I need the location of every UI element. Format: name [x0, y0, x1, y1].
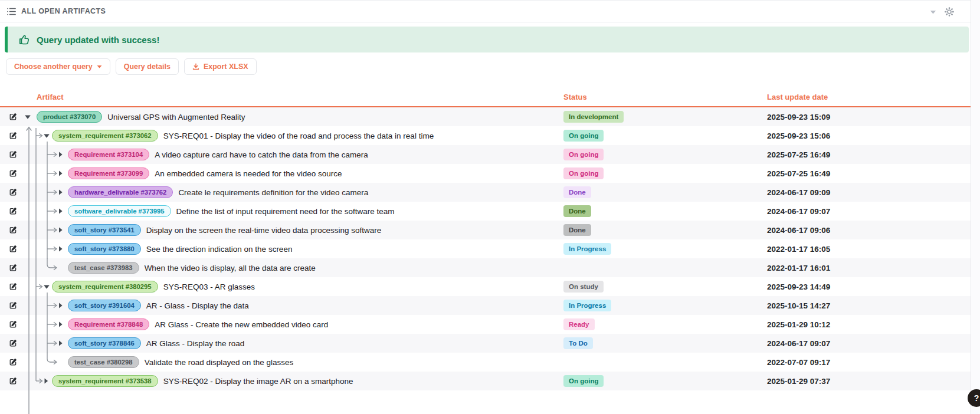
- artifact-title: AR Glass - Create the new embedded video…: [155, 320, 328, 329]
- edit-artifact-button[interactable]: [0, 377, 24, 385]
- edit-artifact-button[interactable]: [0, 358, 24, 366]
- edit-artifact-button[interactable]: [0, 188, 24, 196]
- edit-artifact-button[interactable]: [0, 150, 24, 159]
- artifact-title: SYS-REQ02 - Display the image AR on a sm…: [163, 377, 353, 386]
- artifact-badge[interactable]: soft_story #373880: [68, 243, 141, 255]
- artifact-badge[interactable]: test_case #373983: [68, 262, 139, 274]
- last-update-date: 2024-06-17 09:06: [767, 226, 830, 235]
- artifact-title: AR - Glass - Display the data: [146, 301, 249, 310]
- scrollbar-track[interactable]: [971, 0, 980, 414]
- last-update-date: 2025-10-15 14:27: [767, 301, 830, 310]
- column-header-last-update-date[interactable]: Last update date: [767, 93, 828, 101]
- column-header-status[interactable]: Status: [563, 93, 587, 101]
- artifact-title: A video capture card have to catch the d…: [155, 150, 368, 159]
- edit-artifact-button[interactable]: [0, 226, 24, 234]
- list-icon: [7, 8, 16, 15]
- edit-pencil-square-icon: [9, 169, 17, 178]
- artifact-badge[interactable]: system_requirement #373062: [52, 130, 158, 142]
- artifact-badge[interactable]: hardware_delivrable #373762: [68, 186, 173, 198]
- edit-artifact-button[interactable]: [0, 339, 24, 347]
- artifact-title: Validate the road displayed on the glass…: [145, 358, 294, 367]
- edit-pencil-square-icon: [9, 113, 17, 121]
- last-update-date: 2025-01-29 07:37: [767, 377, 830, 386]
- column-header-artifact[interactable]: Artifact: [37, 93, 64, 101]
- edit-artifact-button[interactable]: [0, 245, 24, 253]
- artifact-title: See the direction indication on the scre…: [146, 245, 293, 254]
- artifact-title: When the video is display, all the data …: [145, 264, 316, 272]
- edit-pencil-square-icon: [9, 132, 17, 140]
- gear-icon[interactable]: [945, 7, 954, 17]
- artifact-badge[interactable]: soft_story #391604: [68, 300, 141, 311]
- table-row: Requirement #373099 An embedded camera i…: [0, 164, 971, 183]
- artifact-badge[interactable]: Requirement #373104: [68, 149, 149, 160]
- status-badge: Done: [563, 186, 591, 198]
- edit-artifact-button[interactable]: [0, 132, 24, 140]
- artifact-title: AR Glass - Display the road: [146, 339, 245, 348]
- download-icon: [192, 63, 199, 70]
- artifact-title: Universal GPS with Augmented Reality: [107, 113, 245, 121]
- status-badge: Ready: [563, 318, 595, 330]
- edit-pencil-square-icon: [9, 150, 17, 159]
- banner-message: Query updated with success!: [37, 35, 159, 45]
- artifact-title: Define the list of input requirement nee…: [176, 207, 395, 216]
- status-badge: To Do: [563, 337, 593, 349]
- edit-artifact-button[interactable]: [0, 282, 24, 291]
- chevron-down-icon[interactable]: [930, 10, 936, 14]
- artifact-badge[interactable]: soft_story #373541: [68, 224, 141, 236]
- table-header: Artifact Status Last update date: [0, 88, 971, 107]
- edit-pencil-square-icon: [9, 264, 17, 272]
- choose-another-query-button[interactable]: Choose another query: [6, 58, 110, 75]
- artifact-badge[interactable]: soft_story #378846: [68, 337, 141, 349]
- table-row: software_delivrable #373995 Define the l…: [0, 202, 971, 221]
- edit-pencil-square-icon: [9, 226, 17, 234]
- artifact-title: An embedded camera is needed for the vid…: [155, 169, 342, 178]
- edit-artifact-button[interactable]: [0, 169, 24, 178]
- edit-pencil-square-icon: [9, 282, 17, 291]
- last-update-date: 2022-01-17 16:05: [767, 245, 830, 254]
- last-update-date: 2024-06-17 09:07: [767, 339, 830, 348]
- status-badge: On study: [563, 281, 604, 293]
- table-row: test_case #373983 When the video is disp…: [0, 258, 971, 277]
- status-badge: On going: [563, 130, 604, 142]
- status-badge: In Progress: [563, 243, 611, 255]
- artifact-title: SYS-REQ03 - AR glasses: [163, 282, 255, 291]
- last-update-date: 2024-06-17 09:07: [767, 207, 830, 216]
- edit-pencil-square-icon: [9, 245, 17, 253]
- edit-pencil-square-icon: [9, 207, 17, 215]
- query-details-button[interactable]: Query details: [116, 58, 179, 75]
- table-row: test_case #380298 Validate the road disp…: [0, 353, 971, 372]
- edit-artifact-button[interactable]: [0, 264, 24, 272]
- table-row: system_requirement #373538 SYS-REQ02 - D…: [0, 372, 971, 390]
- artifact-badge[interactable]: test_case #380298: [68, 356, 139, 368]
- thumbs-up-icon: [18, 34, 31, 46]
- export-xlsx-button[interactable]: Export XLSX: [184, 58, 257, 75]
- status-badge: In Progress: [563, 300, 611, 311]
- table-row: product #373070 Universal GPS with Augme…: [0, 107, 971, 126]
- status-badge: Done: [563, 205, 591, 217]
- artifact-badge[interactable]: system_requirement #380295: [52, 281, 158, 293]
- edit-artifact-button[interactable]: [0, 320, 24, 328]
- table-row: Requirement #378848 AR Glass - Create th…: [0, 315, 971, 334]
- table-row: system_requirement #373062 SYS-REQ01 - D…: [0, 126, 971, 145]
- panel-header: ALL OPEN ARTIFACTS: [0, 0, 971, 22]
- status-badge: On going: [563, 149, 604, 160]
- artifact-badge[interactable]: Requirement #373099: [68, 167, 149, 179]
- edit-artifact-button[interactable]: [0, 301, 24, 310]
- table-row: soft_story #373541 Display on the screen…: [0, 221, 971, 239]
- edit-pencil-square-icon: [9, 301, 17, 310]
- edit-artifact-button[interactable]: [0, 207, 24, 215]
- status-badge: On going: [563, 375, 604, 387]
- artifact-badge[interactable]: product #373070: [37, 111, 102, 123]
- table-row: soft_story #391604 AR - Glass - Display …: [0, 296, 971, 315]
- table-row: system_requirement #380295 SYS-REQ03 - A…: [0, 277, 971, 296]
- edit-artifact-button[interactable]: [0, 113, 24, 121]
- artifact-badge[interactable]: system_requirement #373538: [52, 375, 158, 387]
- edit-pencil-square-icon: [9, 320, 17, 328]
- table-row: hardware_delivrable #373762 Create le re…: [0, 183, 971, 202]
- page-title: ALL OPEN ARTIFACTS: [21, 7, 106, 15]
- artifact-badge[interactable]: Requirement #378848: [68, 318, 149, 330]
- last-update-date: 2024-06-17 09:09: [767, 188, 830, 197]
- artifact-tree-table: product #373070 Universal GPS with Augme…: [0, 107, 971, 390]
- help-button[interactable]: ?: [968, 389, 980, 407]
- artifact-badge[interactable]: software_delivrable #373995: [68, 205, 171, 217]
